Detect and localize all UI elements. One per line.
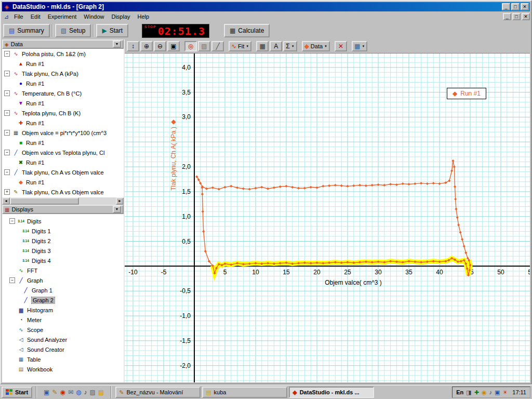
display-item-meter[interactable]: ◔ Meter: [2, 315, 124, 325]
restore-button[interactable]: □: [511, 3, 520, 10]
task-button[interactable]: ✎ Bez_názvu - Malování: [115, 387, 201, 398]
legend[interactable]: ◆ Run #1: [447, 88, 486, 99]
tray-icon-3[interactable]: ◉: [482, 389, 487, 396]
display-item-sound-creator[interactable]: ◁ Sound Creator: [2, 344, 124, 354]
display-item-histogram[interactable]: ▆ Histogram: [2, 305, 124, 315]
collapse-icon[interactable]: −: [4, 169, 10, 175]
collapse-icon[interactable]: −: [9, 218, 15, 224]
mdi-close-button[interactable]: ✕: [522, 13, 530, 20]
scrollbar-thumb[interactable]: [10, 197, 79, 205]
zoom-select-button[interactable]: ▣: [167, 41, 180, 51]
plot-area[interactable]: -10-55101520253035404550554,03,53,02,01,…: [125, 53, 530, 382]
displays-panel-header[interactable]: ▦ Displays ▼: [2, 205, 124, 214]
collapse-icon[interactable]: −: [4, 130, 10, 136]
data-menu-button[interactable]: ◆ Data ▼: [302, 41, 330, 51]
collapse-icon[interactable]: −: [4, 150, 10, 155]
data-run-item[interactable]: ▼ Run #1: [2, 98, 124, 108]
smart-tool-button[interactable]: ◎: [184, 41, 197, 51]
start-button[interactable]: ▶ Start: [96, 24, 128, 37]
display-item-digits-1[interactable]: 3.14 Digits 1: [2, 226, 124, 236]
quick-launch-icon-6[interactable]: ♪: [84, 389, 87, 396]
scrollbar-track[interactable]: [10, 197, 116, 205]
display-item-digits-3[interactable]: 3.14 Digits 3: [2, 246, 124, 256]
graph-window-icon[interactable]: ⊿: [2, 14, 10, 20]
zoom-in-button[interactable]: ⊕: [140, 41, 153, 51]
fit-menu-button[interactable]: ∿ Fit ▼: [229, 41, 251, 51]
slope-tool-button[interactable]: ▨: [198, 41, 210, 51]
quick-launch-icon-2[interactable]: ✎: [52, 389, 57, 396]
quick-launch-icon-7[interactable]: ▨: [90, 389, 96, 396]
display-item-digits-4[interactable]: 3.14 Digits 4: [2, 256, 124, 265]
menu-help[interactable]: Help: [134, 12, 153, 21]
collapse-icon[interactable]: −: [4, 71, 10, 76]
mdi-restore-button[interactable]: □: [512, 13, 521, 20]
menu-experiment[interactable]: Experiment: [44, 12, 81, 21]
collapse-icon[interactable]: −: [4, 90, 10, 96]
display-item-digits-2[interactable]: 3.14 Digits 2: [2, 236, 124, 246]
menu-edit[interactable]: Edit: [27, 12, 44, 21]
zoom-out-button[interactable]: ⊖: [154, 41, 166, 51]
data-run-item[interactable]: ◆ Run #1: [2, 177, 124, 187]
data-source-item[interactable]: − ▦ Objem valce = pi*r*r*y*100 (cm^3: [2, 128, 124, 138]
data-source-item[interactable]: − ∿ Poloha pistu, Ch 1&2 (m): [2, 49, 124, 59]
display-item-fft[interactable]: ∿ FFT: [2, 265, 124, 275]
data-run-item[interactable]: ▲ Run #1: [2, 59, 124, 69]
collapse-icon[interactable]: −: [4, 51, 10, 57]
scale-to-fit-button[interactable]: ↕: [127, 41, 139, 51]
data-panel-menu-button[interactable]: ▼: [113, 41, 121, 48]
calculator-button[interactable]: ▦: [256, 41, 269, 51]
tray-icon-2[interactable]: ✚: [474, 389, 479, 396]
quick-launch-icon-4[interactable]: ✉: [68, 389, 73, 396]
quick-launch-icon-1[interactable]: ▣: [44, 389, 49, 396]
menu-display[interactable]: Display: [108, 12, 134, 21]
data-run-item[interactable]: ■ Run #1: [2, 138, 124, 148]
data-run-item[interactable]: ● Run #1: [2, 78, 124, 88]
scroll-right-button[interactable]: ►: [116, 197, 124, 205]
data-source-item[interactable]: + ✎ Tlak plynu, Ch A vs Objem valce: [2, 187, 124, 197]
chart-canvas[interactable]: -10-55101520253035404550554,03,53,02,01,…: [125, 54, 530, 382]
data-run-item[interactable]: ✚ Run #1: [2, 118, 124, 128]
quick-launch-icon-8[interactable]: ▤: [98, 389, 104, 396]
menu-window[interactable]: Window: [80, 12, 108, 21]
data-panel-hscrollbar[interactable]: ◄ ►: [2, 197, 124, 205]
tray-icon-1[interactable]: ◨: [466, 389, 471, 396]
display-item-sound-analyzer[interactable]: ◁ Sound Analyzer: [2, 335, 124, 344]
keyboard-layout-indicator[interactable]: En: [456, 389, 463, 395]
data-run-item[interactable]: ✖ Run #1: [2, 157, 124, 167]
menu-file[interactable]: File: [10, 12, 27, 21]
data-source-item[interactable]: − ╱ Tlak plynu, Ch A vs Objem valce: [2, 167, 124, 177]
data-source-item[interactable]: − ∿ Temperature, Ch B (°C): [2, 88, 124, 98]
close-button[interactable]: ✕: [521, 3, 529, 10]
task-button[interactable]: ◆ DataStudio - mkl.ds ...: [289, 387, 374, 398]
tray-icon-6[interactable]: ☀: [502, 389, 508, 396]
start-menu-button[interactable]: Start: [2, 387, 32, 398]
display-item-table[interactable]: ▦ Table: [2, 354, 124, 364]
expand-icon[interactable]: +: [4, 189, 10, 195]
display-item-graph-1[interactable]: ╱ Graph 1: [2, 285, 124, 295]
slope-tool-2-button[interactable]: ╱: [211, 41, 224, 51]
displays-panel-menu-button[interactable]: ▼: [113, 206, 121, 213]
graph-settings-button[interactable]: ▦ ▼: [352, 41, 367, 51]
statistics-button[interactable]: Σ ▼: [283, 41, 297, 51]
tray-icon-4[interactable]: ♪: [489, 389, 493, 396]
data-source-item[interactable]: − ∿ Teplota plynu, Ch B (K): [2, 108, 124, 118]
quick-launch-icon-5[interactable]: ◍: [76, 389, 81, 396]
setup-button[interactable]: ▧ Setup: [55, 24, 91, 37]
summary-button[interactable]: ▤ Summary: [3, 24, 50, 37]
collapse-icon[interactable]: −: [4, 110, 10, 116]
data-panel-header[interactable]: ◈ Data ▼: [2, 39, 124, 49]
tray-icon-5[interactable]: ▣: [495, 389, 500, 396]
quick-launch-icon-3[interactable]: ◉: [60, 389, 65, 396]
remove-button[interactable]: ✕: [335, 41, 347, 51]
display-item-graph[interactable]: − ╱ Graph: [2, 275, 124, 285]
minimize-button[interactable]: _: [502, 3, 510, 10]
title-bar[interactable]: ◈ DataStudio - mkl.ds - [Graph 2] _ □ ✕: [2, 2, 530, 11]
display-item-workbook[interactable]: ▤ Workbook: [2, 364, 124, 374]
data-source-item[interactable]: − ╱ Objem valce vs Teplota plynu, Cl: [2, 148, 124, 157]
mdi-minimize-button[interactable]: _: [503, 13, 511, 20]
collapse-icon[interactable]: −: [9, 277, 15, 283]
text-tool-button[interactable]: A: [270, 41, 282, 51]
data-source-item[interactable]: − ∿ Tlak plynu, Ch A (kPa): [2, 69, 124, 78]
display-item-scope[interactable]: ∿ Scope: [2, 325, 124, 335]
task-button[interactable]: ▤ kuba: [202, 387, 287, 398]
